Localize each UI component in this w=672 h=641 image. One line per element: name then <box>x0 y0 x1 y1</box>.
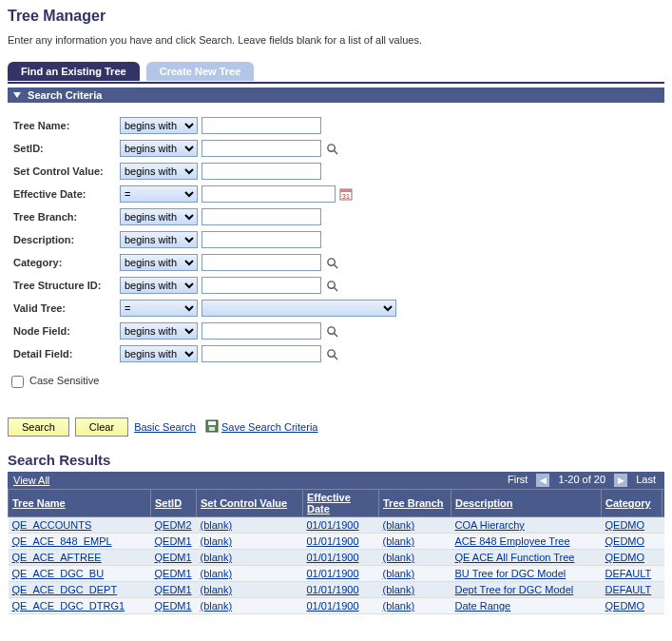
value-input[interactable] <box>202 185 336 203</box>
operator-select[interactable]: begins with <box>120 208 198 225</box>
operator-select[interactable]: begins with <box>120 117 198 134</box>
cell-link[interactable]: Date Range <box>455 600 511 612</box>
cell-link[interactable]: (blank) <box>201 568 233 579</box>
cell-link[interactable]: QE_ACE_DGC_BU <box>12 568 105 579</box>
column-header[interactable]: Description <box>451 490 602 517</box>
table-cell: DEFAULT <box>602 582 662 598</box>
save-search-criteria-link[interactable]: Save Search Criteria <box>221 421 318 433</box>
page-title: Tree Manager <box>8 8 664 25</box>
cell-link[interactable]: QEDMO <box>605 600 645 612</box>
cell-link[interactable]: QEDMO <box>605 552 645 563</box>
value-input[interactable] <box>202 345 321 362</box>
cell-link[interactable]: QE_ACE_848_EMPL <box>12 535 112 547</box>
cell-link[interactable]: (blank) <box>201 535 233 547</box>
cell-link[interactable]: (blank) <box>201 519 233 531</box>
column-header[interactable]: Set Control Value <box>197 490 303 517</box>
tab-create-new[interactable]: Create New Tree <box>146 62 255 81</box>
cell-link[interactable]: 01/01/1900 <box>307 535 359 547</box>
cell-link[interactable]: QE_ACE_DGC_DTRG1 <box>12 600 125 612</box>
cell-link[interactable]: QEDM1 <box>155 535 192 547</box>
cell-link[interactable]: QE_ACE_AFTREE <box>12 552 102 563</box>
cell-link[interactable]: DEFAULT <box>605 584 652 595</box>
column-header[interactable]: Effective Date <box>303 490 379 517</box>
cell-link[interactable]: (blank) <box>383 600 415 612</box>
operator-select[interactable]: begins with <box>120 140 198 157</box>
operator-select[interactable]: begins with <box>120 277 198 294</box>
cell-link[interactable]: QEDM1 <box>155 568 192 579</box>
operator-select[interactable]: begins with <box>120 322 198 340</box>
operator-select[interactable]: begins with <box>120 254 198 271</box>
cell-link[interactable]: (blank) <box>383 552 415 563</box>
cell-link[interactable]: COA Hierarchy <box>455 519 525 531</box>
table-cell: QE_ACE_DGC_DTRG1 <box>9 598 151 614</box>
lookup-icon[interactable] <box>325 324 338 338</box>
action-buttons: Search Clear Basic Search Save Search Cr… <box>8 418 664 437</box>
cell-link[interactable]: QE ACE All Function Tree <box>455 552 575 563</box>
column-header[interactable]: SetID <box>151 490 197 517</box>
cell-link[interactable]: QEDMO <box>605 535 645 547</box>
value-input[interactable] <box>202 140 321 157</box>
cell-link[interactable]: 01/01/1900 <box>307 568 359 579</box>
case-sensitive-checkbox[interactable] <box>11 376 24 388</box>
table-cell: QEDM1 <box>151 566 197 582</box>
view-all-link[interactable]: View All <box>13 475 49 486</box>
last-link[interactable]: Last <box>636 474 656 485</box>
cell-link[interactable]: Dept Tree for DGC Model <box>455 584 574 595</box>
cell-link[interactable]: (blank) <box>383 568 415 579</box>
column-header[interactable]: Tree Name <box>9 490 151 517</box>
cell-link[interactable]: 01/01/1900 <box>307 519 359 531</box>
lookup-icon[interactable] <box>325 256 338 269</box>
cell-link[interactable]: QEDM1 <box>155 552 192 563</box>
cell-link[interactable]: 01/01/1900 <box>307 552 359 563</box>
cell-link[interactable]: (blank) <box>201 584 233 595</box>
search-button[interactable]: Search <box>8 418 69 437</box>
cell-link[interactable]: DEFAULT <box>605 568 652 579</box>
operator-select[interactable]: begins with <box>120 163 198 180</box>
column-header[interactable]: Tree Branch <box>379 490 451 517</box>
lookup-icon[interactable] <box>325 142 338 155</box>
value-input[interactable] <box>202 163 321 180</box>
search-criteria-header[interactable]: Search Criteria <box>8 87 664 103</box>
cell-link[interactable]: (blank) <box>201 552 233 563</box>
operator-select[interactable]: = <box>120 185 198 203</box>
value-input[interactable] <box>202 322 321 340</box>
criteria-row: Tree Branch:begins with <box>13 207 664 226</box>
operator-select[interactable]: begins with <box>120 231 198 248</box>
cell-link[interactable]: BU Tree for DGC Model <box>455 568 566 579</box>
instructions-text: Enter any information you have and click… <box>8 34 664 46</box>
basic-search-link[interactable]: Basic Search <box>134 421 196 433</box>
lookup-icon[interactable] <box>325 347 338 360</box>
lookup-icon[interactable] <box>325 279 338 292</box>
cell-link[interactable]: ACE 848 Employee Tree <box>455 535 570 547</box>
value-input[interactable] <box>202 117 321 134</box>
table-cell: QEDM1 <box>151 550 197 566</box>
value-input[interactable] <box>202 254 321 271</box>
cell-link[interactable]: QE_ACE_DGC_DEPT <box>12 584 118 595</box>
cell-link[interactable]: QEDM1 <box>155 600 192 612</box>
value-select[interactable] <box>202 300 396 317</box>
cell-link[interactable]: (blank) <box>383 584 415 595</box>
first-link[interactable]: First <box>508 474 528 485</box>
tab-find-existing[interactable]: Find an Existing Tree <box>8 62 140 81</box>
operator-select[interactable]: = <box>120 300 198 317</box>
cell-link[interactable]: (blank) <box>383 519 415 531</box>
cell-link[interactable]: (blank) <box>201 600 233 612</box>
clear-button[interactable]: Clear <box>75 418 128 437</box>
value-input[interactable] <box>202 231 321 248</box>
case-sensitive-label: Case Sensitive <box>29 375 99 386</box>
cell-link[interactable]: 01/01/1900 <box>307 600 359 612</box>
cell-link[interactable]: 01/01/1900 <box>307 584 359 595</box>
value-input[interactable] <box>202 208 321 225</box>
operator-select[interactable]: begins with <box>120 345 198 362</box>
column-header[interactable]: Valid Tree <box>662 490 665 517</box>
cell-link[interactable]: QEDM1 <box>155 584 192 595</box>
calendar-icon[interactable]: 31 <box>339 187 353 201</box>
cell-link[interactable]: QE_ACCOUNTS <box>12 519 92 531</box>
column-header[interactable]: Category <box>602 490 662 517</box>
next-icon[interactable]: ▶ <box>614 474 627 487</box>
cell-link[interactable]: QEDM2 <box>155 519 192 531</box>
cell-link[interactable]: (blank) <box>383 535 415 547</box>
cell-link[interactable]: QEDMO <box>605 519 645 531</box>
value-input[interactable] <box>202 277 321 294</box>
prev-icon[interactable]: ◀ <box>536 474 549 487</box>
